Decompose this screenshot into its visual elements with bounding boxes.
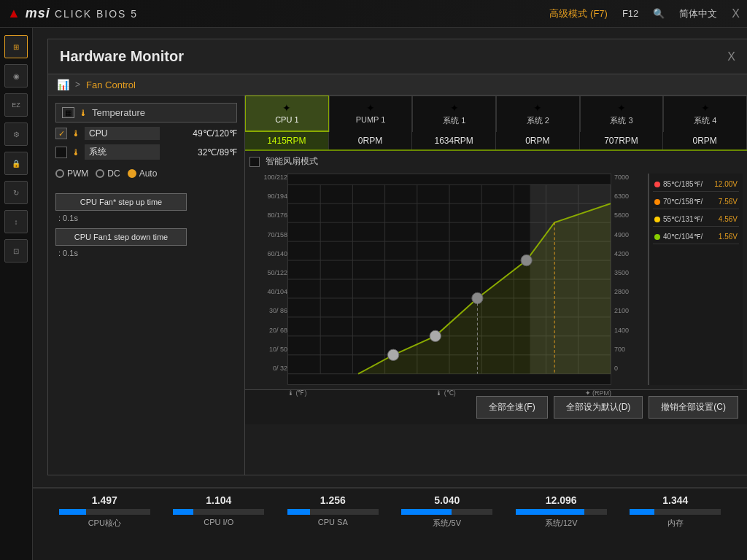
temp-70-volt: 7.56V [719, 198, 738, 206]
svg-point-24 [430, 330, 441, 341]
temp-40-text: 40℃/104℉/ [663, 233, 716, 241]
cpu-sa-bar [287, 509, 310, 515]
y-r-label-1: 6300 [614, 192, 648, 200]
sys2-tab-label: 系统 2 [527, 115, 549, 126]
auto-radio[interactable]: Auto [128, 168, 158, 179]
dc-label: DC [107, 168, 120, 179]
sidebar-item-ez[interactable]: EZ [4, 93, 28, 117]
sys-sensor-value: 32℃/89℉ [164, 147, 237, 158]
fan-tab-sys4[interactable]: ✦ 系统 4 [663, 96, 747, 132]
full-speed-button[interactable]: 全部全速(F) [476, 396, 547, 419]
step-down-section: CPU Fan1 step down time : 0.1s [55, 228, 237, 257]
pwm-radio[interactable]: PWM [55, 168, 88, 179]
cpu-checkbox[interactable]: ✓ [55, 128, 67, 139]
temp-line-55: 55℃/131℉/ 4.56V [653, 212, 739, 227]
breadcrumb-arrow: > [75, 79, 80, 90]
dc-radio[interactable]: DC [96, 168, 120, 179]
smart-mode-row: 智能风扇模式 [249, 155, 743, 168]
sys2-rpm: 0RPM [496, 132, 580, 149]
y-r-label-7: 2100 [614, 307, 648, 314]
cpu1-tab-label: CPU 1 [275, 115, 298, 124]
temp-55-volt: 4.56V [719, 215, 738, 223]
breadcrumb: 📊 > Fan Control [48, 74, 747, 96]
smart-mode-label: 智能风扇模式 [266, 155, 318, 168]
step-up-value: : 0.1s [55, 214, 237, 222]
pwm-radio-circle [55, 169, 64, 178]
temp-70-text: 70℃/158℉/ [663, 198, 716, 206]
y-label-1: 90/194 [249, 192, 287, 200]
mem-bar [630, 509, 654, 515]
sensor-column: ▦ 🌡 Temperature ✓ 🌡 CPU 49℃/120℉ [48, 96, 245, 475]
cpu-sa-bar-bg [287, 509, 379, 515]
top-close-icon[interactable]: X [732, 7, 740, 20]
fan-tab-cpu1[interactable]: ✦ CPU 1 [245, 96, 329, 132]
temperature-label: Temperature [92, 107, 145, 118]
graph-section: 智能风扇模式 100/212 90/194 80/176 70/158 60/1… [245, 151, 747, 389]
search-icon[interactable]: 🔍 [653, 8, 665, 19]
y-label-2: 80/176 [249, 211, 287, 219]
pwm-label: PWM [67, 168, 88, 179]
left-panel: ⊞ ◉ EZ ⚙ 🔒 ↻ ↕ ⊡ [0, 28, 33, 560]
step-down-button[interactable]: CPU Fan1 step down time [55, 228, 187, 246]
sidebar-item-home[interactable]: ⊞ [4, 35, 28, 58]
voltage-section: 1.497 CPU核心 1.104 CPU I/O 1.256 CPU SA [33, 487, 747, 560]
sys-sensor-row: 🌡 系统 32℃/89℉ [55, 144, 237, 160]
cpu-io-name: CPU I/O [204, 518, 233, 526]
sys1-tab-label: 系统 1 [443, 115, 465, 126]
sys3-fan-icon: ✦ [617, 102, 626, 114]
x-axis-labels: 🌡 (℉) 🌡 (℃) ✦ (RPM) [287, 389, 611, 397]
cpu-io-value: 1.104 [206, 494, 231, 506]
mem-name: 内存 [667, 518, 684, 529]
x-label-rpm: ✦ (RPM) [585, 389, 612, 397]
temp-voltage-panel: 85℃/185℉/ 12.00V 70℃/158℉/ 7.56V [648, 174, 743, 385]
sys4-rpm: 0RPM [663, 132, 747, 149]
fan-tab-sys1[interactable]: ✦ 系统 1 [412, 96, 496, 132]
sidebar-item-grid[interactable]: ⊡ [4, 239, 28, 262]
cpu-io-bar [173, 509, 193, 515]
graph-svg-container[interactable]: 🌡 (℉) 🌡 (℃) ✦ (RPM) [287, 174, 611, 385]
svg-point-23 [387, 349, 398, 360]
svg-marker-22 [358, 203, 611, 373]
fan-tab-sys2[interactable]: ✦ 系统 2 [496, 96, 580, 132]
sys-therm-icon: 🌡 [71, 147, 80, 158]
sidebar-item-lock[interactable]: 🔒 [4, 152, 28, 175]
auto-radio-circle [128, 169, 136, 178]
sys12v-value: 12.096 [546, 494, 577, 506]
temp-dot-55 [654, 217, 660, 222]
sidebar-item-arrows[interactable]: ↕ [4, 210, 28, 233]
fan-tab-sys3[interactable]: ✦ 系统 3 [580, 96, 664, 132]
smart-mode-checkbox[interactable] [249, 157, 260, 167]
sys-checkbox[interactable] [55, 147, 67, 158]
hw-close-button[interactable]: X [727, 50, 735, 63]
temp-line-70: 70℃/158℉/ 7.56V [653, 195, 739, 209]
sys3-rpm: 707RPM [580, 132, 664, 149]
fan-tab-pump1[interactable]: ✦ PUMP 1 [329, 96, 413, 132]
sys12v-bar-bg [516, 509, 607, 515]
sidebar-item-settings[interactable]: ⚙ [4, 122, 28, 146]
pump1-rpm: 0RPM [329, 132, 413, 149]
sidebar-item-monitor[interactable]: ◉ [4, 64, 28, 88]
y-label-0: 100/212 [249, 174, 287, 181]
lang-btn[interactable]: 简体中文 [679, 7, 717, 20]
y-r-label-3: 4900 [614, 231, 648, 238]
dc-radio-circle [96, 169, 104, 178]
bios-title: CLICK BIOS 5 [55, 8, 138, 20]
cancel-all-button[interactable]: 撤销全部设置(C) [649, 396, 738, 419]
sys5v-bar [401, 509, 452, 515]
mem-value: 1.344 [662, 494, 688, 506]
breadcrumb-text: Fan Control [86, 79, 136, 90]
auto-label: Auto [139, 168, 158, 179]
sidebar-item-refresh[interactable]: ↻ [4, 181, 28, 204]
f12-btn[interactable]: F12 [622, 8, 638, 19]
set-default-button[interactable]: 全部设为默认(D) [554, 396, 643, 419]
step-up-button[interactable]: CPU Fan* step up time [55, 193, 187, 211]
graph-with-labels: 100/212 90/194 80/176 70/158 60/140 50/1… [249, 174, 743, 385]
y-label-9: 10/ 50 [249, 346, 287, 353]
advanced-mode-btn[interactable]: 高级模式 (F7) [549, 7, 607, 20]
y-label-3: 70/158 [249, 231, 287, 238]
y-r-label-8: 1400 [614, 327, 648, 334]
cpu-core-bar [59, 509, 87, 515]
sys5v-name: 系统/5V [433, 518, 461, 529]
step-up-section: CPU Fan* step up time : 0.1s [55, 193, 237, 222]
pump1-tab-label: PUMP 1 [356, 115, 386, 124]
